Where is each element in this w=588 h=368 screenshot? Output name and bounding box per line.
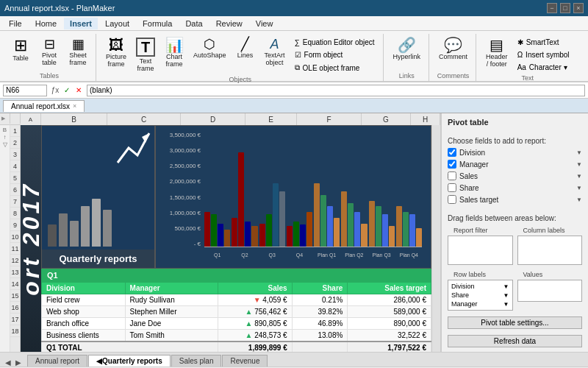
sheet-tab-quarterly[interactable]: ◀Quarterly reports [88,355,171,367]
pivot-refresh-button[interactable]: Refresh data [448,335,582,347]
y-label-6: 1,000,000 € [170,210,201,216]
table-button[interactable]: ⊞ Table [7,35,34,64]
autoshape-icon: ⬡ [204,38,215,51]
formula-cancel-button[interactable]: ✕ [74,85,84,96]
menu-home[interactable]: Home [29,18,62,29]
autoshape-button[interactable]: ⬡ AutoShape [190,35,230,61]
pivot-checkbox-sales-target[interactable] [448,195,456,204]
menu-formula[interactable]: Formula [137,18,178,29]
bar-q4-a [287,226,293,247]
total-share [292,342,348,352]
sheet-tab-revenue[interactable]: Revenue [222,355,268,367]
pivot-checkbox-manager[interactable] [448,160,456,169]
row-15: 15 [10,290,20,302]
chart-frame-button[interactable]: 📊 Chartframe [161,35,187,70]
col-header-F: F [297,113,362,125]
sheet-tabs-bar: ◀ ▶ Annual report ◀Quarterly reports Sal… [0,352,588,367]
document-tab[interactable]: Annual report.xlsx × [3,100,85,112]
table-row: Field crew Rudy Sullivan ▼ 4,059 € 0.21%… [42,294,431,306]
pivot-checkbox-sales[interactable] [448,171,456,180]
values-box[interactable] [517,280,583,302]
menu-layout[interactable]: Layout [99,18,135,29]
menu-review[interactable]: Review [210,18,248,29]
row-6: 6 [10,184,20,196]
toolbar-filter[interactable]: ▽ [3,141,7,148]
menu-file[interactable]: File [3,18,28,29]
document-tab-bar: Annual report.xlsx × [0,99,588,113]
prev-sheet-button[interactable]: ◀ [3,358,13,367]
pivot-checkbox-share[interactable] [448,183,456,192]
toolbar-bold[interactable]: B [3,127,7,133]
ole-object-button[interactable]: ⧉ OLE object frame [291,62,379,74]
hyperlink-button[interactable]: 🔗 Hyperlink [390,35,425,63]
chart-group-planq2 [341,132,367,247]
pivot-arrow-share[interactable]: ▼ [576,185,582,191]
row-arrow-share[interactable]: ▼ [503,292,509,299]
formula-ok-button[interactable]: ✓ [62,85,72,96]
row-labels-box[interactable]: Division ▼ Share ▼ Manager ▼ [448,280,513,311]
character-button[interactable]: Aa Character ▾ [514,62,573,73]
pivot-arrow-manager[interactable]: ▼ [576,161,582,168]
objects-section-label: Objects [102,74,379,83]
formula-input[interactable] [87,85,585,96]
pivot-settings-button[interactable]: Pivot table settings... [448,316,582,329]
row-arrow-division[interactable]: ▼ [503,283,509,290]
row-label-division: Division ▼ [450,282,511,291]
lines-button[interactable]: ╱ Lines [232,35,259,61]
textart-button[interactable]: A TextArtobject [261,35,289,68]
header-footer-button[interactable]: ▤ Header/ footer [482,35,512,70]
report-filter-label: Report filter [448,227,513,236]
maximize-button[interactable]: □ [560,3,570,13]
vertical-scrollbar[interactable] [431,125,440,352]
row-5: 5 [10,172,20,184]
comment-button[interactable]: 💬 Comment [435,35,471,63]
menu-insert[interactable]: Insert [64,18,98,29]
grid-content[interactable]: ort 2017 [21,125,440,352]
report-filter-box[interactable] [448,236,513,265]
pivot-table-button[interactable]: ⊟ Pivottable [36,35,62,68]
smarttext-button[interactable]: ✱ SmartText [514,37,573,48]
menu-data[interactable]: Data [179,18,208,29]
pivot-arrow-division[interactable]: ▼ [576,149,582,156]
pivot-drag-bottom: Row labels Division ▼ Share ▼ Manager ▼ [442,268,588,314]
bar-pq1-d [334,218,340,247]
x-label-q2: Q2 [232,252,257,258]
column-labels-box[interactable] [517,236,583,265]
equation-editor-button[interactable]: ∑ Equation Editor object [291,37,379,48]
ribbon-section-tables: ⊞ Table ⊟ Pivottable ▦ Sheetframe Tables [3,34,96,81]
chart-group-planq4 [396,132,422,247]
sheet-tab-sales-plan[interactable]: Sales plan [171,355,222,367]
col-header-division: Division [42,283,126,294]
quarterly-reports-label: Quarterly reports [42,250,154,268]
pivot-arrow-sales-target[interactable]: ▼ [576,197,582,203]
y-label-1: 3,500,000 € [170,132,201,138]
pivot-checkbox-division[interactable] [448,148,456,157]
row-arrow-manager[interactable]: ▼ [503,301,509,308]
select-all-button[interactable]: ▶ [0,116,5,121]
form-object-button[interactable]: ☑ Form object [291,49,379,60]
row-label-share: Share ▼ [450,291,511,300]
toolbar-sort[interactable]: ↑ [4,134,7,141]
sheet-tab-annual[interactable]: Annual report [27,355,87,367]
picture-frame-button[interactable]: 🖼 Pictureframe [102,35,130,70]
text-frame-button[interactable]: T Textframe [132,35,159,74]
next-sheet-button[interactable]: ▶ [13,358,24,367]
logo-chart [42,126,154,250]
minimize-button[interactable]: − [547,3,557,13]
y-label-5: 1,500,000 € [170,194,201,201]
spreadsheet-main: Quarterly reports 3,500,000 € 3,000,000 … [41,125,431,352]
sheet-frame-button[interactable]: ▦ Sheetframe [65,35,91,68]
insert-symbol-button[interactable]: Ω Insert symbol [514,49,573,60]
formula-fx-button[interactable]: ƒx [50,85,60,96]
col-header-C: C [107,113,181,125]
cell-reference-input[interactable] [3,85,47,96]
document-tab-close[interactable]: × [73,102,76,110]
logo-bar-4 [81,206,90,247]
pivot-field-manager: Manager ▼ [442,158,588,170]
bar-pq4-b [403,212,409,247]
bar-q3-d [279,191,285,247]
pivot-arrow-sales[interactable]: ▼ [576,173,582,180]
menu-view[interactable]: View [250,18,279,29]
close-button[interactable]: × [573,3,584,13]
x-label-pq2: Plan Q2 [341,252,367,258]
